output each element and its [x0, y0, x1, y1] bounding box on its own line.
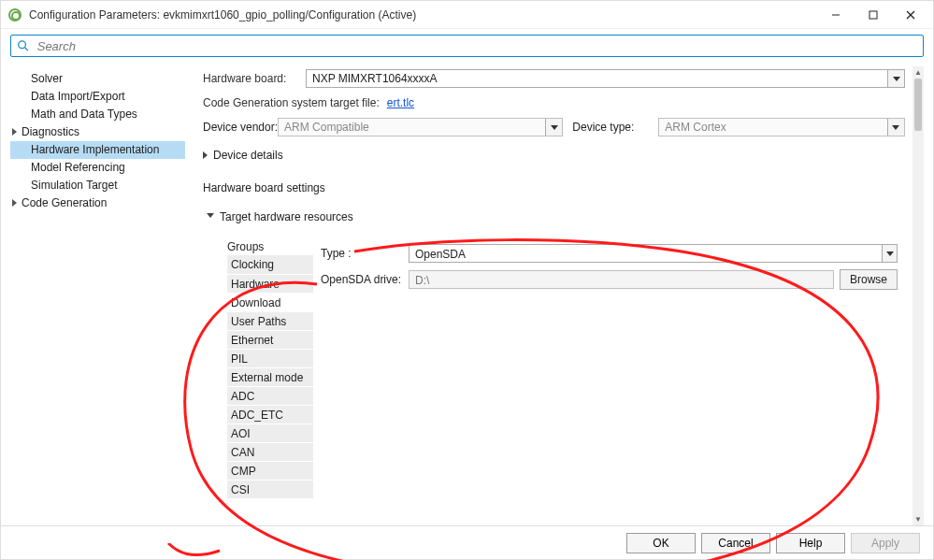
group-item-adc-etc[interactable]: ADC_ETC: [227, 405, 313, 424]
search-bar[interactable]: [10, 35, 924, 57]
help-button[interactable]: Help: [776, 533, 845, 553]
window-title: Configuration Parameters: evkmimxrt1060_…: [29, 8, 817, 22]
device-type-value: ARM Cortex: [659, 118, 887, 136]
window-buttons: [817, 2, 929, 28]
titlebar: Configuration Parameters: evkmimxrt1060_…: [1, 1, 933, 29]
chevron-down-icon: [887, 119, 904, 136]
hardware-board-row: Hardware board: NXP MIMXRT1064xxxxA: [203, 66, 905, 91]
ok-button[interactable]: OK: [626, 533, 696, 553]
tree-item-label: Hardware Implementation: [31, 143, 159, 156]
tree-item-label: Diagnostics: [22, 125, 79, 138]
group-item-hardware[interactable]: Hardware: [227, 274, 313, 293]
groups-header: Groups: [227, 238, 313, 255]
codegen-row: Code Generation system target file: ert.…: [203, 91, 905, 115]
tree-item-label: Data Import/Export: [31, 90, 125, 103]
svg-line-5: [25, 48, 28, 50]
caret-right-icon: [203, 151, 208, 159]
group-item-external-mode[interactable]: External mode: [227, 367, 313, 386]
device-type-label: Device type:: [572, 121, 658, 134]
drive-input[interactable]: D:\: [409, 270, 834, 289]
form-area: Hardware board: NXP MIMXRT1064xxxxA Code…: [186, 66, 909, 525]
device-vendor-select[interactable]: ARM Compatible: [278, 118, 563, 136]
groups-box: Groups ClockingHardwareDownloadUser Path…: [203, 233, 905, 502]
group-item-download[interactable]: Download: [227, 293, 313, 311]
tree-item-label: Code Generation: [22, 196, 107, 209]
cancel-button[interactable]: Cancel: [701, 533, 770, 553]
right-panel: Hardware board: NXP MIMXRT1064xxxxA Code…: [186, 66, 924, 525]
tree-item-hardware-implementation[interactable]: Hardware Implementation: [10, 141, 185, 159]
search-icon: [17, 39, 30, 52]
body: SolverData Import/ExportMath and Data Ty…: [1, 63, 933, 525]
svg-rect-1: [869, 11, 877, 19]
scroll-down-icon: ▼: [914, 515, 922, 524]
tree-item-simulation-target[interactable]: Simulation Target: [10, 177, 185, 194]
group-item-ethernet[interactable]: Ethernet: [227, 330, 313, 349]
drive-row: OpenSDA drive: D:\ Browse: [321, 266, 898, 293]
device-details-disclosure[interactable]: Device details: [203, 145, 905, 165]
codegen-label: Code Generation system target file:: [203, 96, 380, 109]
chevron-down-icon: [887, 70, 904, 87]
group-item-user-paths[interactable]: User Paths: [227, 311, 313, 330]
scroll-up-icon: ▲: [914, 68, 922, 77]
type-select[interactable]: OpenSDA: [409, 244, 898, 263]
device-type-select[interactable]: ARM Cortex: [658, 118, 905, 136]
target-hw-label: Target hardware resources: [220, 210, 353, 223]
group-item-aoi[interactable]: AOI: [227, 424, 313, 442]
tree-item-math-and-data-types[interactable]: Math and Data Types: [10, 106, 185, 123]
type-label: Type :: [321, 247, 409, 260]
footer: OK Cancel Help Apply: [1, 525, 933, 559]
maximize-button[interactable]: [855, 2, 892, 28]
tree-item-model-referencing[interactable]: Model Referencing: [10, 159, 185, 177]
chevron-down-icon: [545, 119, 562, 136]
caret-right-icon: [12, 128, 17, 136]
svg-point-4: [19, 41, 26, 49]
tree-item-label: Model Referencing: [31, 161, 125, 174]
category-tree: SolverData Import/ExportMath and Data Ty…: [10, 66, 186, 525]
device-vendor-value: ARM Compatible: [279, 118, 545, 136]
scrollbar[interactable]: ▲ ▼: [912, 66, 924, 525]
type-row: Type : OpenSDA: [321, 240, 898, 266]
tree-item-diagnostics[interactable]: Diagnostics: [10, 123, 185, 141]
groups-list: Groups ClockingHardwareDownloadUser Path…: [220, 233, 313, 502]
apply-button[interactable]: Apply: [851, 533, 920, 553]
drive-label: OpenSDA drive:: [321, 273, 409, 286]
tree-item-label: Solver: [31, 72, 63, 85]
device-vendor-label: Device vendor:: [203, 121, 278, 134]
search-wrap: [1, 29, 933, 63]
minimize-button[interactable]: [817, 2, 855, 28]
device-row: Device vendor: ARM Compatible Device typ…: [203, 115, 905, 139]
tree-item-label: Math and Data Types: [31, 108, 137, 121]
close-button[interactable]: [892, 2, 929, 28]
group-item-pil[interactable]: PIL: [227, 349, 313, 367]
device-details-label: Device details: [213, 149, 283, 162]
type-value: OpenSDA: [410, 245, 882, 262]
tree-item-data-import-export[interactable]: Data Import/Export: [10, 88, 185, 106]
caret-down-icon: [207, 213, 214, 222]
tree-item-code-generation[interactable]: Code Generation: [10, 194, 185, 212]
hw-settings-label: Hardware board settings: [203, 179, 905, 197]
search-input[interactable]: [36, 38, 917, 54]
browse-button[interactable]: Browse: [840, 269, 898, 290]
group-form: Type : OpenSDA OpenSDA drive: D:\ Browse: [313, 233, 905, 502]
tree-item-solver[interactable]: Solver: [10, 70, 185, 88]
app-icon: [8, 8, 22, 22]
group-item-csi[interactable]: CSI: [227, 480, 313, 498]
hardware-board-value: NXP MIMXRT1064xxxxA: [307, 69, 887, 88]
target-hw-disclosure[interactable]: Target hardware resources: [203, 207, 905, 227]
chevron-down-icon: [882, 245, 897, 262]
hardware-board-label: Hardware board:: [203, 72, 306, 85]
hw-settings: Hardware board settings Target hardware …: [203, 179, 905, 502]
group-item-adc[interactable]: ADC: [227, 386, 313, 405]
caret-right-icon: [12, 199, 17, 207]
group-item-clocking[interactable]: Clocking: [227, 255, 313, 274]
codegen-link[interactable]: ert.tlc: [387, 96, 414, 109]
scroll-thumb[interactable]: [914, 79, 922, 131]
config-window: Configuration Parameters: evkmimxrt1060_…: [0, 0, 934, 560]
tree-item-label: Simulation Target: [31, 179, 118, 192]
hardware-board-select[interactable]: NXP MIMXRT1064xxxxA: [306, 69, 905, 88]
group-item-cmp[interactable]: CMP: [227, 461, 313, 480]
group-item-can[interactable]: CAN: [227, 442, 313, 461]
